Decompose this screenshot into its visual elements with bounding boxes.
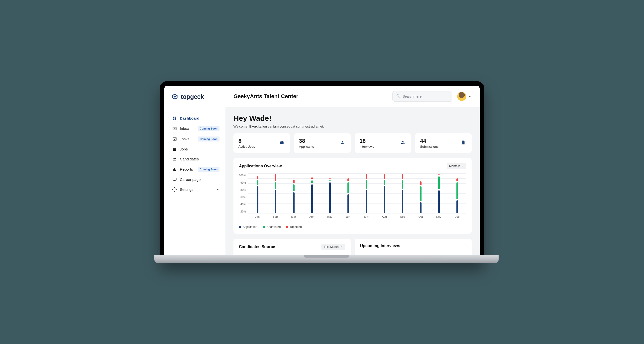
stat-card-submissions[interactable]: 44Submissions — [415, 133, 472, 153]
stat-card-interviews[interactable]: 18Interviews — [355, 133, 411, 153]
svg-rect-0 — [173, 117, 174, 118]
sidebar-item-label: Tasks — [180, 137, 195, 141]
stat-card-active-jobs[interactable]: 8Active Jobs — [234, 133, 290, 153]
laptop-notch — [304, 255, 349, 258]
check-icon — [172, 137, 177, 141]
stat-value: 18 — [360, 138, 374, 144]
svg-point-12 — [174, 189, 175, 190]
chart-plot — [248, 173, 466, 213]
bar-jan — [257, 173, 258, 213]
sidebar-item-jobs[interactable]: Jobs — [171, 144, 220, 154]
svg-point-15 — [402, 141, 403, 143]
stat-value: 44 — [420, 138, 438, 144]
candidates-source-panel: Candidates Source This Month — [234, 239, 351, 255]
sidebar-item-candidates[interactable]: Candidates — [171, 154, 220, 164]
chevron-up-icon — [216, 188, 220, 191]
stat-label: Active Jobs — [238, 145, 255, 149]
xtick-label: Sep — [400, 215, 405, 218]
candidates-range-select[interactable]: This Month — [321, 244, 345, 250]
ytick-label: 100% — [239, 174, 246, 177]
chart-legend: ApplicationShortlistedRejected — [239, 225, 466, 229]
sidebar-item-label: Reports — [180, 167, 195, 172]
bar-apr — [311, 173, 313, 213]
ytick-label: 80% — [239, 188, 246, 191]
xtick-label: Apr — [309, 215, 314, 218]
chevron-down-icon — [468, 95, 472, 98]
greeting: Hey Wade! Welcome! Exercitation veniam c… — [234, 114, 472, 128]
coming-soon-badge: Coming Soon — [198, 137, 220, 142]
search-icon — [396, 94, 400, 99]
sidebar-item-career-page[interactable]: Career page — [171, 174, 220, 184]
file-icon — [461, 140, 467, 146]
svg-point-16 — [403, 142, 404, 143]
sidebar-item-label: Dashboard — [180, 116, 220, 120]
chevron-down-icon — [340, 245, 343, 249]
svg-point-6 — [173, 158, 174, 159]
sidebar-item-reports[interactable]: ReportsComing Soon — [171, 164, 220, 174]
content: Hey Wade! Welcome! Exercitation veniam c… — [226, 107, 480, 255]
legend-label: Rejected — [290, 225, 302, 229]
laptop-base — [154, 255, 498, 263]
svg-point-13 — [397, 94, 399, 97]
chevron-down-icon — [461, 165, 464, 168]
legend-item-shortlisted: Shortlisted — [263, 225, 281, 229]
nav-list: DashboardInboxComing SoonTasksComing Soo… — [171, 113, 220, 194]
search-box[interactable] — [392, 91, 452, 102]
applications-range-select[interactable]: Monthly — [447, 163, 466, 170]
bar-may — [329, 173, 331, 213]
stat-label: Submissions — [420, 145, 438, 149]
sidebar-item-label: Career page — [180, 177, 220, 181]
sidebar-item-label: Inbox — [180, 126, 195, 131]
xtick-label: July — [364, 215, 369, 218]
legend-item-application: Application — [239, 225, 258, 229]
brand-logo[interactable]: topgeek — [171, 93, 220, 100]
people-icon — [400, 140, 406, 146]
svg-point-14 — [342, 141, 343, 142]
legend-dot — [239, 226, 241, 228]
sidebar-item-dashboard[interactable]: Dashboard — [171, 113, 220, 123]
xtick-label: Aug — [382, 215, 387, 218]
ytick-label: 60% — [239, 195, 246, 198]
xtick-label: May — [327, 215, 332, 218]
sidebar-item-settings[interactable]: Settings — [171, 184, 220, 194]
screen: topgeek DashboardInboxComing SoonTasksCo… — [164, 86, 480, 255]
greeting-title: Hey Wade! — [234, 114, 472, 123]
upcoming-interviews-panel: Upcoming Interviews — [355, 239, 472, 255]
xtick-label: Jun — [346, 215, 350, 218]
bars-icon — [172, 167, 177, 172]
laptop-frame: topgeek DashboardInboxComing SoonTasksCo… — [160, 81, 484, 263]
coming-soon-badge: Coming Soon — [198, 126, 220, 131]
svg-point-7 — [175, 158, 176, 159]
bar-jun — [348, 173, 349, 213]
app-root: topgeek DashboardInboxComing SoonTasksCo… — [164, 86, 480, 255]
stats-row: 8Active Jobs38Applicants18Interviews44Su… — [234, 133, 472, 153]
legend-item-rejected: Rejected — [286, 225, 302, 229]
dashboard-icon — [172, 116, 177, 121]
people-icon — [172, 157, 177, 162]
stat-card-applicants[interactable]: 38Applicants — [294, 133, 351, 153]
sidebar-item-label: Settings — [180, 187, 213, 191]
legend-label: Shortlisted — [267, 225, 281, 229]
upcoming-interviews-title: Upcoming Interviews — [360, 244, 400, 248]
svg-rect-5 — [173, 137, 176, 141]
search-input[interactable] — [402, 94, 448, 98]
xtick-label: Jan — [255, 215, 260, 218]
sidebar-item-tasks[interactable]: TasksComing Soon — [171, 134, 220, 144]
svg-rect-9 — [174, 168, 175, 171]
applications-chart: 100%90%80%60%40%20% JanFebMarAprMayJunJu… — [239, 173, 466, 218]
user-menu[interactable] — [457, 92, 472, 101]
monitor-icon — [172, 177, 177, 182]
bar-sep — [402, 173, 403, 213]
applications-panel: Applications Overview Monthly 100%90%80%… — [234, 158, 472, 234]
svg-rect-10 — [175, 170, 176, 171]
xtick-label: Oct — [418, 215, 423, 218]
page-title: GeekyAnts Talent Center — [234, 93, 387, 100]
ytick-label: 90% — [239, 181, 246, 184]
sidebar: topgeek DashboardInboxComing SoonTasksCo… — [164, 86, 226, 255]
stat-label: Interviews — [360, 145, 374, 149]
candidates-range-label: This Month — [324, 245, 338, 249]
greeting-subtitle: Welcome! Exercitation veniam consequat s… — [234, 125, 472, 128]
sidebar-item-inbox[interactable]: InboxComing Soon — [171, 123, 220, 134]
ytick-label: 20% — [239, 210, 246, 213]
briefcase-icon — [172, 147, 177, 152]
